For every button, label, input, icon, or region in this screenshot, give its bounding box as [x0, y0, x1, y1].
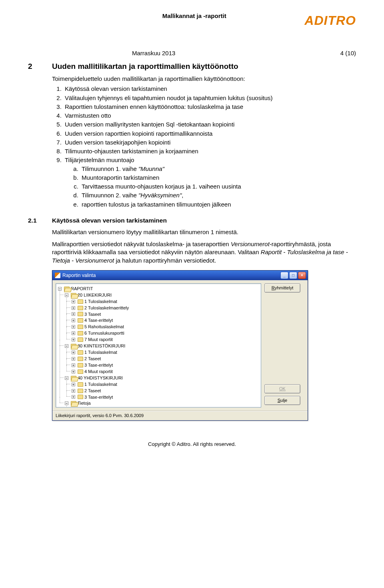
folder-icon	[78, 325, 83, 329]
tree-label: 2 Taseet	[84, 356, 101, 362]
folder-icon	[78, 369, 83, 374]
dialog-statusbar: Liikekirjuri raportit, versio 6.0 Pvm. 3…	[52, 411, 308, 420]
minimize-button[interactable]: _	[280, 272, 288, 279]
tree-label: 20 LIIKEKIRJURI	[78, 292, 112, 298]
tree-node[interactable]: +1 Tuloslaskelmat	[71, 349, 118, 355]
folder-icon	[78, 299, 83, 304]
plus-icon[interactable]: +	[72, 395, 75, 399]
tree-label: 3 Tase-erittelyt	[84, 394, 113, 400]
tree-label: 30 KIINTEISTÖKIRJURI	[78, 343, 125, 349]
tree-node[interactable]: +6 Tunnuslukuraportti	[71, 330, 125, 336]
ryhmittelyt-button[interactable]: Ryhmittelyt	[264, 283, 300, 293]
plus-icon[interactable]: +	[72, 338, 75, 341]
list-item: Tilimuunnon 2. vaihe "Hyväksyminen",	[80, 191, 356, 200]
list-item: Uuden version tasekirjapohjien kopiointi	[63, 138, 356, 147]
dialog-button-panel: Ryhmittelyt OK Sulje	[264, 283, 304, 407]
list-item: Tilijärjestelmän muuntoajo Tilimuunnon 1…	[63, 156, 356, 209]
plus-icon[interactable]: +	[72, 306, 75, 310]
tree-label: 1 Tuloslaskelmat	[84, 381, 117, 387]
plus-icon[interactable]: +	[72, 319, 75, 322]
plus-icon[interactable]: +	[72, 312, 75, 316]
document-date: Marraskuu 2013	[132, 49, 175, 57]
tree-label: Versionumerot	[84, 407, 113, 407]
aditro-logo: ADITRO	[304, 12, 356, 29]
plus-icon[interactable]: +	[72, 325, 75, 329]
list-item: Varmistusten otto	[63, 111, 356, 120]
tree-label: 6 Tunnuslukuraportti	[84, 330, 124, 336]
folder-open-icon	[71, 293, 76, 297]
tree-label: 2 Tuloslaskelmaerittely	[84, 305, 129, 311]
folder-icon	[78, 395, 83, 399]
close-button[interactable]: ×	[298, 272, 306, 279]
tree-node[interactable]: +3 Taseet	[71, 311, 102, 317]
tree-node[interactable]: +3 Tase-erittelyt	[71, 394, 114, 400]
tree-label: 3 Taseet	[84, 311, 101, 317]
plus-icon[interactable]: +	[72, 357, 75, 361]
list-item: Tarvittaessa muunto-ohjausten korjaus ja…	[80, 182, 356, 191]
list-item: Uuden version malliyritysten kantojen Sq…	[63, 120, 356, 129]
list-item: Tilimuunto-ohjausten tarkistaminen ja ko…	[63, 147, 356, 156]
page-number: 4 (10)	[340, 49, 356, 57]
tree-node[interactable]: +1 Tuloslaskelmat	[71, 299, 118, 305]
folder-icon	[78, 389, 83, 393]
list-item: Käytössä olevan version tarkistaminen	[63, 84, 356, 93]
dialog-titlebar[interactable]: Raportin valinta _ □ ×	[52, 271, 308, 280]
tree-node[interactable]: +4 Muut raportit	[71, 369, 114, 375]
tree-node-tietoja[interactable]: −Tietoja	[64, 400, 92, 406]
tree-label: 1 Tuloslaskelmat	[84, 299, 117, 305]
folder-icon	[78, 331, 83, 335]
sulje-button[interactable]: Sulje	[264, 396, 300, 405]
plus-icon[interactable]: +	[72, 331, 75, 335]
plus-icon[interactable]: +	[72, 351, 75, 354]
document-title: Mallikannat ja -raportit	[28, 12, 304, 20]
page-footer: Copyright © Aditro. All rights reserved.	[28, 441, 356, 448]
report-tree: −RAPORTIT −20 LIIKEKIRJURI +1 Tuloslaske…	[57, 285, 260, 407]
report-tree-panel[interactable]: −RAPORTIT −20 LIIKEKIRJURI +1 Tuloslaske…	[56, 283, 261, 407]
tree-node-liikekirjuri[interactable]: −20 LIIKEKIRJURI	[64, 292, 112, 298]
folder-icon	[78, 382, 83, 387]
tree-node[interactable]: +3 Tase-erittelyt	[71, 362, 114, 368]
tree-label: 4 Tase-erittelyt	[84, 317, 113, 323]
list-item: raporttien tulostus ja tarkastaminen til…	[80, 200, 356, 209]
tree-node-kiinteistokirjuri[interactable]: −30 KIINTEISTÖKIRJURI	[64, 343, 126, 349]
tree-label: 4 Muut raportit	[84, 369, 113, 375]
folder-icon	[78, 363, 83, 367]
report-selection-dialog: Raportin valinta _ □ × −RAPORTIT	[52, 270, 308, 421]
tree-node-yhdistyskirjuri[interactable]: −40 YHDISTYSKIRJURI	[64, 375, 124, 381]
plus-icon[interactable]: +	[72, 389, 75, 393]
tree-node[interactable]: +1 Tuloslaskelmat	[71, 381, 118, 387]
tree-label: 1 Tuloslaskelmat	[84, 349, 117, 355]
folder-open-icon	[71, 376, 76, 380]
tree-node[interactable]: +2 Taseet	[71, 356, 102, 362]
section-2-1-p2: Malliraporttien versiotiedot näkyvät tul…	[52, 240, 356, 265]
tree-node[interactable]: +5 Rahoituslaskelmat	[71, 324, 125, 330]
maximize-button[interactable]: □	[289, 272, 297, 279]
section-2-1-number: 2.1	[28, 217, 52, 228]
folder-icon	[78, 357, 83, 361]
plus-icon[interactable]: +	[72, 383, 75, 386]
tree-label: 3 Tase-erittelyt	[84, 362, 113, 368]
tree-label: 7 Muut raportit	[84, 337, 113, 343]
folder-icon	[78, 318, 83, 323]
list-item: Uuden version raporttien kopiointi rapor…	[63, 129, 356, 138]
section-2-title: Uuden mallitilikartan ja raporttimallien…	[52, 61, 238, 72]
date-page-line: Marraskuu 2013 4 (10)	[132, 49, 356, 57]
tree-node[interactable]: +2 Tuloslaskelmaerittely	[71, 305, 130, 311]
plus-icon[interactable]: +	[72, 363, 75, 367]
tree-node-versionumerot[interactable]: −Versionumerot	[71, 407, 114, 407]
folder-icon	[78, 337, 83, 342]
section-2-1-title: Käytössä olevan version tarkistaminen	[52, 217, 167, 225]
tree-node-root[interactable]: −RAPORTIT	[58, 286, 94, 292]
folder-open-icon	[64, 287, 70, 291]
ok-button[interactable]: OK	[264, 384, 300, 393]
section-2-number: 2	[28, 61, 52, 75]
tree-node[interactable]: +4 Tase-erittelyt	[71, 317, 114, 323]
tree-label: Tietoja	[78, 400, 91, 406]
tree-node[interactable]: +7 Muut raportit	[71, 337, 114, 343]
section-2-intro: Toimenpideluettelo uuden mallitilikartan…	[52, 75, 356, 83]
tree-node[interactable]: +2 Taseet	[71, 388, 102, 394]
page-header: Mallikannat ja -raportit ADITRO	[28, 12, 356, 29]
plus-icon[interactable]: +	[72, 370, 75, 373]
plus-icon[interactable]: +	[72, 300, 75, 303]
folder-open-icon	[71, 401, 76, 405]
